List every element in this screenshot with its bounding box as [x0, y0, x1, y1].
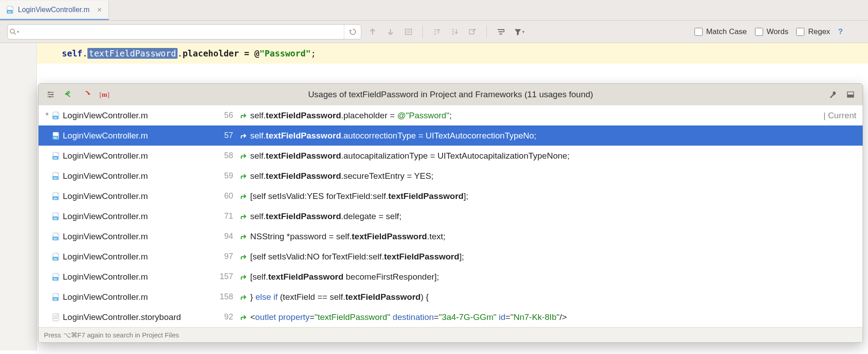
close-icon[interactable]: ✕	[97, 6, 102, 13]
separator	[486, 26, 487, 38]
search-input[interactable]	[21, 25, 344, 39]
jump-to-source-icon[interactable]	[238, 294, 250, 301]
usage-code-snippet: self.textFieldPassword.placeholder = @"P…	[250, 111, 819, 121]
code-line[interactable]: self.textFieldPassword.placeholder = @"P…	[37, 43, 868, 64]
match-case-checkbox[interactable]: Match Case	[694, 27, 747, 36]
usage-file-name: LoginViewController.m	[63, 292, 211, 302]
m-file-icon	[52, 192, 63, 200]
m-file-icon	[52, 112, 63, 120]
filter-button[interactable]: ▾	[512, 25, 525, 39]
editor-area[interactable]: self.textFieldPassword.placeholder = @"P…	[0, 43, 868, 64]
search-history-button[interactable]	[344, 25, 361, 39]
m-file-icon	[52, 172, 63, 180]
usage-row[interactable]: LoginViewController.m59self.textFieldPas…	[39, 166, 863, 186]
prev-usage-button[interactable]	[61, 87, 76, 102]
next-match-button[interactable]	[384, 25, 397, 39]
svg-rect-12	[407, 30, 410, 33]
modified-indicator: *	[43, 111, 51, 121]
code-text: .	[82, 48, 87, 58]
usage-file-name: LoginViewController.m	[63, 232, 211, 242]
usage-file-name: LoginViewController.m	[63, 212, 211, 221]
usages-popup: [m] Usages of textFieldPassword in Proje…	[38, 83, 863, 343]
regex-label: Regex	[808, 27, 830, 36]
usage-row[interactable]: LoginViewController.m57self.textFieldPas…	[39, 125, 863, 146]
editor-tab-bar: LoginViewController.m ✕	[0, 0, 868, 21]
usage-line-number: 71	[211, 212, 238, 221]
usage-line-number: 56	[211, 111, 238, 120]
jump-to-source-icon[interactable]	[238, 112, 250, 119]
jump-to-source-icon[interactable]	[238, 152, 250, 160]
usage-code-snippet: [self setIsValid:NO forTextField:self.te…	[250, 252, 856, 262]
usage-file-name: LoginViewController.m	[63, 111, 211, 121]
usage-line-number: 58	[211, 151, 238, 160]
m-file-icon	[52, 132, 63, 140]
jump-to-source-icon[interactable]	[238, 314, 250, 321]
jump-to-source-icon[interactable]	[238, 193, 250, 200]
svg-rect-16	[49, 96, 51, 98]
m-file-icon	[52, 253, 63, 261]
words-label: Words	[767, 27, 789, 36]
usage-row[interactable]: LoginViewController.m71self.textFieldPas…	[39, 206, 863, 226]
add-selection-button[interactable]	[430, 25, 443, 39]
m-file-icon	[52, 273, 63, 281]
usage-line-number: 158	[211, 292, 238, 302]
regex-checkbox[interactable]: Regex	[796, 27, 830, 36]
jump-to-source-icon[interactable]	[238, 233, 250, 240]
usage-line-number: 157	[211, 272, 238, 281]
m-file-icon	[52, 212, 63, 220]
svg-line-10	[14, 33, 16, 35]
usage-line-number: 59	[211, 171, 238, 181]
jump-to-source-icon[interactable]	[238, 273, 250, 281]
usage-row[interactable]: LoginViewController.storyboard92<outlet …	[39, 307, 863, 327]
usage-line-number: 57	[211, 131, 238, 140]
usages-popup-title: Usages of textFieldPassword in Project a…	[39, 90, 863, 99]
usage-line-number: 92	[211, 312, 238, 322]
usage-code-snippet: [self.textFieldPassword becomeFirstRespo…	[250, 272, 856, 282]
search-field-wrap: ▾	[7, 24, 361, 39]
jump-to-source-icon[interactable]	[238, 253, 250, 260]
match-case-label: Match Case	[706, 27, 747, 36]
usage-row[interactable]: LoginViewController.m94NSString *passwor…	[39, 226, 863, 246]
svg-rect-18	[847, 95, 854, 97]
usage-file-name: LoginViewController.m	[63, 171, 211, 181]
usage-row[interactable]: *LoginViewController.m56self.textFieldPa…	[39, 105, 863, 125]
select-all-button[interactable]	[402, 25, 415, 39]
usage-code-snippet: self.textFieldPassword.autocapitalizatio…	[250, 151, 856, 161]
filter-lines-button[interactable]	[494, 25, 508, 39]
usage-row[interactable]: LoginViewController.m97[self setIsValid:…	[39, 246, 863, 267]
usage-row[interactable]: LoginViewController.m158} else if (textF…	[39, 287, 863, 307]
settings-icon[interactable]	[43, 87, 58, 102]
usage-code-snippet: NSString *password = self.textFieldPassw…	[250, 232, 856, 242]
search-icon[interactable]: ▾	[8, 28, 21, 35]
current-usage-label: | Current	[819, 111, 856, 121]
string-literal: "Password"	[260, 48, 311, 58]
usage-code-snippet: } else if (textField == self.textFieldPa…	[250, 292, 856, 302]
usage-row[interactable]: LoginViewController.m58self.textFieldPas…	[39, 146, 863, 166]
gutter	[0, 43, 37, 64]
help-icon[interactable]: ?	[838, 27, 843, 36]
usage-row[interactable]: LoginViewController.m157[self.textFieldP…	[39, 267, 863, 287]
remove-selection-button[interactable]	[448, 25, 461, 39]
open-in-tool-window-icon[interactable]	[843, 87, 858, 102]
highlighted-symbol: textFieldPassword	[87, 48, 177, 59]
scope-m-icon[interactable]: [m]	[97, 87, 112, 102]
editor-tab[interactable]: LoginViewController.m ✕	[0, 0, 109, 20]
jump-to-source-icon[interactable]	[238, 132, 250, 139]
usage-line-number: 94	[211, 232, 238, 241]
next-usage-button[interactable]	[79, 87, 94, 102]
code-text: placeholder = @	[182, 48, 260, 58]
jump-to-source-icon[interactable]	[238, 173, 250, 180]
m-file-icon	[52, 152, 63, 160]
usage-code-snippet: self.textFieldPassword.autocorrectionTyp…	[250, 131, 856, 141]
usage-row[interactable]: LoginViewController.m60[self setIsValid:…	[39, 186, 863, 206]
prev-match-button[interactable]	[366, 25, 379, 39]
usages-list: *LoginViewController.m56self.textFieldPa…	[39, 105, 863, 327]
select-occurrence-button[interactable]	[466, 25, 479, 39]
words-checkbox[interactable]: Words	[755, 27, 789, 36]
gutter	[0, 64, 37, 350]
jump-to-source-icon[interactable]	[238, 213, 250, 220]
usages-popup-footer: Press ⌥⌘F7 again to search in Project Fi…	[39, 327, 863, 342]
usages-popup-header: [m] Usages of textFieldPassword in Proje…	[39, 84, 863, 105]
wrench-icon[interactable]	[825, 87, 840, 102]
code-text: .	[178, 48, 182, 58]
